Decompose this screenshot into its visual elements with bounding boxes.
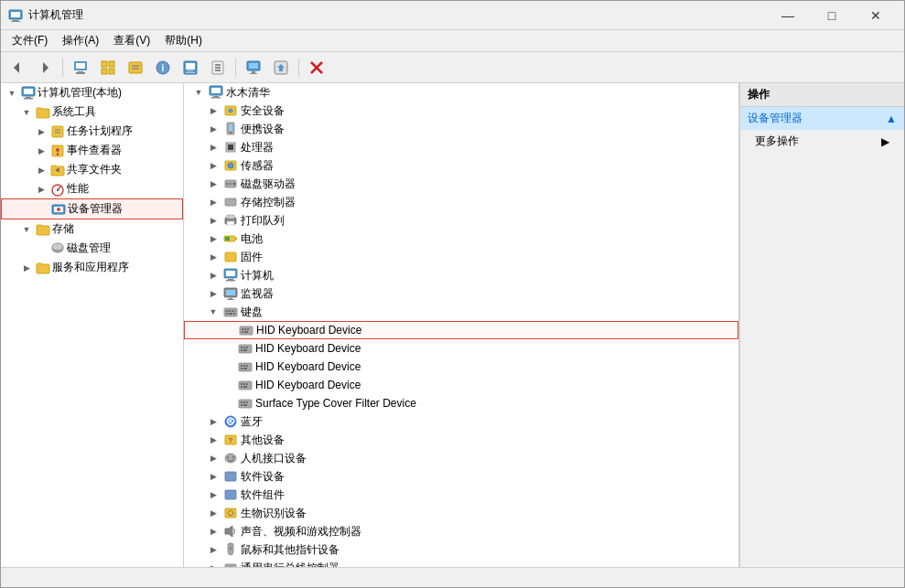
right-panel-device-mgr[interactable]: 设备管理器 ▲ bbox=[740, 107, 904, 130]
expand-icon[interactable]: ▼ bbox=[206, 305, 221, 319]
expand-icon[interactable]: ▼ bbox=[5, 86, 19, 101]
toolbar-btn-7[interactable] bbox=[268, 55, 294, 80]
expand-icon[interactable]: ▼ bbox=[19, 222, 34, 237]
expand-icon[interactable]: ▶ bbox=[34, 163, 48, 177]
expand-icon[interactable]: ▶ bbox=[206, 433, 221, 447]
svg-point-64 bbox=[228, 163, 233, 168]
device-firmware[interactable]: ▶ 固件 bbox=[184, 248, 738, 266]
perf-label: 性能 bbox=[67, 181, 89, 197]
device-hid-kbd-1[interactable]: HID Keyboard Device bbox=[184, 321, 738, 339]
right-panel-more-actions[interactable]: 更多操作 ▶ bbox=[740, 130, 904, 153]
toolbar-btn-2[interactable] bbox=[95, 55, 121, 80]
tree-item-task[interactable]: ▶ 任务计划程序 bbox=[1, 122, 183, 141]
back-button[interactable] bbox=[5, 55, 30, 80]
expand-icon[interactable]: ▶ bbox=[34, 124, 48, 139]
device-mouse[interactable]: ▶ 鼠标和其他指针设备 bbox=[184, 540, 738, 559]
close-button[interactable]: ✕ bbox=[855, 2, 897, 29]
device-surface-cover[interactable]: Surface Type Cover Filter Device bbox=[184, 394, 738, 412]
device-bluetooth[interactable]: ▶ ⭙ 蓝牙 bbox=[184, 412, 738, 431]
menu-action[interactable]: 操作(A) bbox=[55, 31, 106, 50]
mouse-label: 鼠标和其他指针设备 bbox=[241, 542, 339, 558]
menu-help[interactable]: 帮助(H) bbox=[157, 31, 210, 50]
device-sensor[interactable]: ▶ 传感器 bbox=[184, 156, 738, 175]
event-icon bbox=[50, 144, 65, 158]
expand-icon[interactable]: ▶ bbox=[206, 140, 221, 155]
expand-icon[interactable]: ▶ bbox=[206, 506, 221, 520]
keyboard-cat-label: 键盘 bbox=[241, 305, 263, 320]
device-hid-kbd-2[interactable]: HID Keyboard Device bbox=[184, 339, 738, 358]
forward-button[interactable] bbox=[32, 55, 58, 80]
expand-icon[interactable]: ▶ bbox=[206, 487, 221, 502]
expand-icon[interactable]: ▶ bbox=[206, 250, 221, 264]
maximize-button[interactable]: □ bbox=[811, 2, 853, 29]
bluetooth-icon: ⭙ bbox=[223, 414, 238, 429]
device-portable[interactable]: ▶ 便携设备 bbox=[184, 120, 738, 138]
device-cpu[interactable]: ▶ 处理器 bbox=[184, 138, 738, 156]
toolbar-btn-1[interactable] bbox=[68, 55, 93, 80]
tree-item-storage[interactable]: ▼ 存储 bbox=[1, 219, 183, 239]
delete-button[interactable] bbox=[304, 55, 329, 80]
menu-file[interactable]: 文件(F) bbox=[5, 31, 55, 50]
device-monitor[interactable]: ▶ 监视器 bbox=[184, 284, 738, 303]
expand-icon[interactable]: ▶ bbox=[34, 144, 48, 158]
device-disk[interactable]: ▶ 磁盘驱动器 bbox=[184, 175, 738, 193]
expand-icon[interactable]: ▶ bbox=[206, 231, 221, 246]
svg-rect-116 bbox=[239, 400, 252, 408]
expand-icon[interactable]: ▶ bbox=[206, 176, 221, 191]
expand-icon[interactable]: ▶ bbox=[206, 213, 221, 228]
expand-icon[interactable]: ▶ bbox=[34, 182, 48, 197]
expand-icon[interactable]: ▼ bbox=[191, 85, 206, 100]
tree-item-disk[interactable]: 磁盘管理 bbox=[1, 239, 183, 258]
expand-icon[interactable]: ▶ bbox=[206, 103, 221, 118]
device-hid[interactable]: ▶ 人机接口设备 bbox=[184, 449, 738, 467]
tree-item-shared[interactable]: ▶ 共享文件夹 bbox=[1, 160, 183, 179]
svg-point-46 bbox=[57, 189, 59, 191]
expand-icon[interactable]: ▶ bbox=[206, 524, 221, 539]
device-root[interactable]: ▼ 水木清华 bbox=[184, 83, 738, 102]
expand-icon[interactable]: ▶ bbox=[206, 268, 221, 283]
device-hid-kbd-4[interactable]: HID Keyboard Device bbox=[184, 376, 738, 394]
device-software[interactable]: ▶ 软件设备 bbox=[184, 467, 738, 486]
minimize-button[interactable]: — bbox=[767, 2, 809, 29]
tree-item-root[interactable]: ▼ 计算机管理(本地) bbox=[1, 83, 183, 102]
device-computer[interactable]: ▶ 计算机 bbox=[184, 266, 738, 284]
svg-rect-104 bbox=[239, 363, 252, 371]
device-hid-kbd-3[interactable]: HID Keyboard Device bbox=[184, 358, 738, 376]
svg-rect-87 bbox=[232, 310, 233, 312]
tree-item-device-mgr[interactable]: 设备管理器 bbox=[1, 198, 183, 219]
expand-icon[interactable]: ▶ bbox=[206, 122, 221, 136]
tree-item-services[interactable]: ▶ 服务和应用程序 bbox=[1, 258, 183, 277]
device-battery[interactable]: ▶ 电池 bbox=[184, 230, 738, 248]
toolbar-btn-5[interactable] bbox=[178, 55, 203, 80]
expand-icon[interactable]: ▶ bbox=[206, 561, 221, 567]
expand-icon[interactable]: ▶ bbox=[19, 261, 34, 275]
device-biometric[interactable]: ▶ 生物识别设备 bbox=[184, 504, 738, 522]
device-storage-ctrl[interactable]: ▶ 存储控制器 bbox=[184, 193, 738, 211]
expand-icon[interactable]: ▶ bbox=[206, 286, 221, 301]
svg-rect-92 bbox=[240, 326, 253, 335]
svg-rect-130 bbox=[225, 490, 236, 499]
device-keyboard-category[interactable]: ▼ 键盘 bbox=[184, 303, 738, 321]
expand-icon[interactable]: ▶ bbox=[206, 451, 221, 465]
expand-icon[interactable]: ▶ bbox=[206, 469, 221, 484]
toolbar-btn-monitor[interactable] bbox=[241, 55, 266, 80]
device-sw-comp[interactable]: ▶ 软件组件 bbox=[184, 486, 738, 504]
expand-icon[interactable]: ▶ bbox=[206, 158, 221, 173]
device-security[interactable]: ▶ 安全设备 bbox=[184, 102, 738, 120]
toolbar-btn-4[interactable]: i bbox=[150, 55, 176, 80]
expand-icon[interactable]: ▼ bbox=[19, 105, 34, 120]
device-printer[interactable]: ▶ 打印队列 bbox=[184, 211, 738, 230]
device-usb[interactable]: ▶ 通用串行总线控制器 bbox=[184, 559, 738, 567]
expand-icon[interactable]: ▶ bbox=[206, 542, 221, 557]
menu-view[interactable]: 查看(V) bbox=[106, 31, 157, 50]
device-other[interactable]: ▶ ? 其他设备 bbox=[184, 431, 738, 449]
svg-rect-98 bbox=[239, 345, 252, 353]
tree-item-event[interactable]: ▶ 事件查看器 bbox=[1, 141, 183, 160]
expand-icon[interactable]: ▶ bbox=[206, 414, 221, 429]
expand-icon[interactable]: ▶ bbox=[206, 195, 221, 209]
tree-item-systools[interactable]: ▼ 系统工具 bbox=[1, 102, 183, 122]
tree-item-perf[interactable]: ▶ 性能 bbox=[1, 179, 183, 198]
toolbar-btn-6[interactable] bbox=[205, 55, 231, 80]
device-audio[interactable]: ▶ 声音、视频和游戏控制器 bbox=[184, 522, 738, 540]
toolbar-btn-3[interactable] bbox=[123, 55, 148, 80]
